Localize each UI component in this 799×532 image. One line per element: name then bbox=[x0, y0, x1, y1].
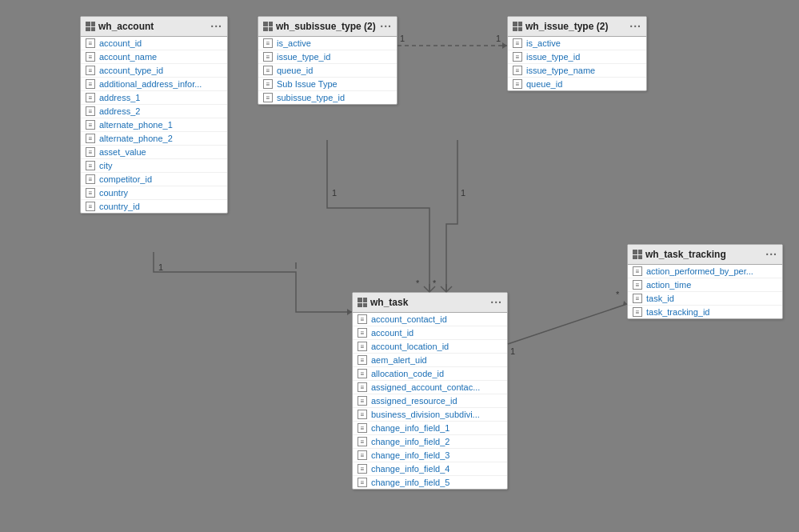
field-name: is_active bbox=[526, 38, 561, 48]
crow-foot-5 bbox=[446, 286, 452, 292]
conn-task-tracking bbox=[508, 304, 627, 344]
field-name: city bbox=[99, 161, 113, 170]
table-row: ≡task_id bbox=[628, 292, 782, 306]
field-name: alternate_phone_2 bbox=[99, 134, 173, 143]
field-icon: ≡ bbox=[86, 66, 95, 75]
field-name: allocation_code_id bbox=[371, 369, 444, 378]
field-name: action_performed_by_per... bbox=[646, 266, 753, 276]
field-name: change_info_field_4 bbox=[371, 464, 449, 474]
table-row: ≡change_info_field_5 bbox=[353, 476, 507, 489]
conn-subissue-task bbox=[327, 140, 429, 292]
table-title: wh_issue_type (2) bbox=[525, 21, 608, 32]
table-menu-dots[interactable]: ··· bbox=[380, 20, 392, 33]
table-row: ≡task_tracking_id bbox=[628, 306, 782, 318]
field-name: asset_value bbox=[99, 147, 146, 157]
field-icon: ≡ bbox=[86, 106, 95, 116]
table-row: ≡subissue_type_id bbox=[258, 91, 397, 104]
field-name: change_info_field_5 bbox=[371, 478, 449, 487]
table-row: ≡queue_id bbox=[258, 64, 397, 78]
table-row: ≡allocation_code_id bbox=[353, 367, 507, 381]
table-wh-task[interactable]: wh_task ··· ≡account_contact_id ≡account… bbox=[352, 292, 508, 490]
table-row: ≡account_id bbox=[353, 326, 507, 340]
conn-label-star3: * bbox=[616, 290, 620, 299]
field-name: account_location_id bbox=[371, 342, 449, 351]
field-name: country bbox=[99, 188, 128, 198]
field-name: aem_alert_uid bbox=[371, 355, 427, 365]
table-menu-dots[interactable]: ··· bbox=[629, 20, 641, 33]
table-row: ≡alternate_phone_1 bbox=[81, 118, 227, 132]
table-row: ≡account_id bbox=[81, 37, 227, 50]
table-header-wh-issue-type: wh_issue_type (2) ··· bbox=[508, 17, 646, 37]
conn-label-star2: * bbox=[433, 278, 437, 288]
field-name: Sub Issue Type bbox=[277, 79, 338, 89]
field-icon: ≡ bbox=[86, 188, 95, 198]
table-row: ≡aem_alert_uid bbox=[353, 354, 507, 367]
field-name: business_division_subdivi... bbox=[371, 410, 480, 419]
field-name: additional_address_infor... bbox=[99, 79, 202, 89]
field-name: change_info_field_1 bbox=[371, 423, 449, 433]
field-name: competitor_id bbox=[99, 174, 152, 184]
conn-label-1b: 1 bbox=[400, 34, 405, 43]
field-name: action_time bbox=[646, 280, 691, 290]
table-row: ≡action_performed_by_per... bbox=[628, 265, 782, 278]
table-title: wh_subissue_type (2) bbox=[276, 21, 376, 32]
field-name: address_2 bbox=[99, 106, 140, 116]
table-row: ≡assigned_resource_id bbox=[353, 394, 507, 408]
table-icon bbox=[86, 22, 95, 31]
field-icon: ≡ bbox=[86, 161, 95, 170]
table-row: ≡action_time bbox=[628, 278, 782, 292]
field-icon: ≡ bbox=[358, 478, 367, 487]
field-name: alternate_phone_1 bbox=[99, 120, 173, 130]
table-row: ≡queue_id bbox=[508, 78, 646, 90]
field-name: is_active bbox=[277, 38, 311, 48]
field-icon: ≡ bbox=[358, 369, 367, 378]
field-icon: ≡ bbox=[513, 79, 522, 89]
crow-foot-2 bbox=[429, 286, 435, 292]
table-header-wh-account: wh_account ··· bbox=[81, 17, 227, 37]
table-wh-subissue-type[interactable]: wh_subissue_type (2) ··· ≡is_active ≡iss… bbox=[258, 16, 398, 105]
field-icon: ≡ bbox=[263, 93, 273, 102]
table-row: ≡country bbox=[81, 186, 227, 200]
table-wh-task-tracking[interactable]: wh_task_tracking ··· ≡action_performed_b… bbox=[627, 244, 783, 319]
table-row: ≡competitor_id bbox=[81, 173, 227, 186]
field-name: task_id bbox=[646, 294, 674, 303]
field-name: account_id bbox=[371, 328, 413, 338]
table-row: ≡Sub Issue Type bbox=[258, 78, 397, 91]
field-name: account_id bbox=[99, 38, 142, 48]
field-name: address_1 bbox=[99, 93, 140, 102]
table-row: ≡issue_type_id bbox=[258, 50, 397, 64]
table-wh-account[interactable]: wh_account ··· ≡account_id ≡account_name… bbox=[80, 16, 228, 214]
field-icon: ≡ bbox=[86, 202, 95, 211]
field-name: assigned_resource_id bbox=[371, 396, 457, 406]
field-icon: ≡ bbox=[633, 280, 642, 290]
field-icon: ≡ bbox=[513, 66, 522, 75]
field-name: issue_type_id bbox=[526, 52, 580, 62]
table-menu-dots[interactable]: ··· bbox=[765, 248, 777, 261]
conn-label-1: 1 bbox=[496, 34, 501, 43]
table-row: ≡change_info_field_3 bbox=[353, 449, 507, 462]
table-menu-dots[interactable]: ··· bbox=[490, 296, 502, 309]
field-icon: ≡ bbox=[358, 410, 367, 419]
field-icon: ≡ bbox=[358, 423, 367, 433]
field-name: issue_type_name bbox=[526, 66, 595, 75]
field-icon: ≡ bbox=[263, 79, 273, 89]
field-name: account_type_id bbox=[99, 66, 163, 75]
field-icon: ≡ bbox=[633, 294, 642, 303]
field-icon: ≡ bbox=[358, 314, 367, 324]
table-menu-dots[interactable]: ··· bbox=[210, 20, 222, 33]
field-icon: ≡ bbox=[358, 396, 367, 406]
table-wh-issue-type[interactable]: wh_issue_type (2) ··· ≡is_active ≡issue_… bbox=[507, 16, 647, 91]
field-icon: ≡ bbox=[358, 464, 367, 474]
table-row: ≡asset_value bbox=[81, 146, 227, 159]
field-icon: ≡ bbox=[86, 147, 95, 157]
field-icon: ≡ bbox=[86, 134, 95, 143]
table-icon bbox=[513, 22, 522, 31]
table-icon bbox=[358, 298, 367, 307]
table-title: wh_account bbox=[98, 21, 154, 32]
field-icon: ≡ bbox=[86, 120, 95, 130]
table-row: ≡account_type_id bbox=[81, 64, 227, 78]
field-icon: ≡ bbox=[358, 450, 367, 460]
conn-label-issue-task: 1 bbox=[461, 188, 465, 198]
conn-label-acct-1: 1 bbox=[158, 262, 163, 272]
field-icon: ≡ bbox=[263, 52, 273, 62]
